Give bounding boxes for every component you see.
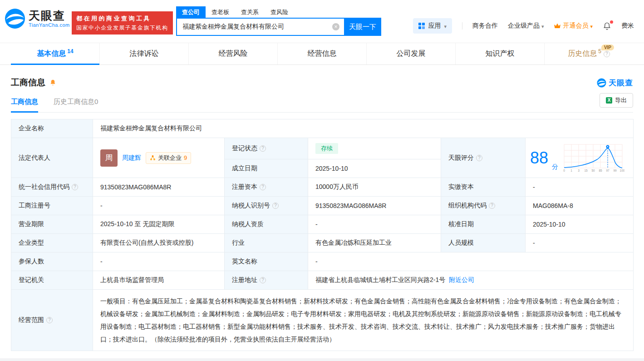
apps-menu[interactable]: 应用 xyxy=(413,18,452,34)
authority-label: 登记机关 xyxy=(11,271,93,290)
tab-history-info[interactable]: VIP 历史信息 5 xyxy=(544,43,633,64)
org-code-label: 组织机构代码 xyxy=(441,197,526,215)
tab-company-development[interactable]: 公司发展 xyxy=(366,43,455,64)
tab-operating-risk[interactable]: 经营风险 xyxy=(188,43,277,64)
tab-basic-info-count: 14 xyxy=(67,48,73,54)
help-icon[interactable] xyxy=(604,51,610,57)
table-row: 统一社会信用代码 91350823MAG086MA8R 注册资本 10000万人… xyxy=(11,178,634,197)
notifications-bell[interactable] xyxy=(603,22,611,30)
legal-rep-link[interactable]: 周建辉 xyxy=(122,154,141,162)
taxpayer-id-label: 纳税人识别号 xyxy=(225,197,308,215)
tab-operating-info[interactable]: 经营信息 xyxy=(277,43,366,64)
score-label: 天眼评分 xyxy=(441,138,526,178)
chevron-down-icon xyxy=(590,22,593,30)
help-icon[interactable] xyxy=(260,184,266,190)
svg-text:50: 50 xyxy=(591,169,595,172)
nav-enterprise-products[interactable]: 企业级产品 xyxy=(508,22,544,30)
help-icon[interactable] xyxy=(272,203,279,209)
insured-value: - xyxy=(93,252,225,271)
promo-banner: 都在用的商业查询工具 国家中小企业发展子基金旗下机构 xyxy=(72,11,173,35)
score-unit: 分 xyxy=(552,163,558,171)
business-scope-value: 一般项目：有色金属压延加工；金属基复合材料和陶瓷基复合材料销售；新材料技术研发；… xyxy=(93,290,634,351)
user-menu[interactable]: 费米 xyxy=(621,22,634,30)
help-icon[interactable] xyxy=(489,203,495,209)
help-icon[interactable] xyxy=(72,184,78,190)
export-button[interactable]: 导出 xyxy=(600,93,633,108)
credit-code-label: 统一社会信用代码 xyxy=(11,178,93,197)
notification-dot xyxy=(610,20,613,24)
tab-company-development-label: 公司发展 xyxy=(397,49,426,59)
credit-code-value: 91350823MAG086MA8R xyxy=(93,178,225,197)
tab-legal-proceedings-label: 法律诉讼 xyxy=(130,49,159,59)
nav-open-vip[interactable]: 开通会员 xyxy=(554,22,593,30)
search-button[interactable]: 天眼一下 xyxy=(344,18,381,36)
nav-business-cooperation[interactable]: 商务合作 xyxy=(472,22,498,30)
company-type-value: 有限责任公司(自然人投资或控股) xyxy=(93,234,225,252)
staff-size-value: - xyxy=(526,234,634,252)
svg-text:85: 85 xyxy=(599,169,602,172)
reg-capital-value: 10000万人民币 xyxy=(308,178,441,197)
search-tab-boss[interactable]: 查老板 xyxy=(206,6,235,18)
help-icon[interactable] xyxy=(476,155,482,161)
tab-intellectual-property[interactable]: 知识产权 xyxy=(455,43,544,64)
taxpayer-id-value: 91350823MAG086MA8R xyxy=(308,197,441,215)
tab-operating-risk-label: 经营风险 xyxy=(219,49,248,59)
svg-text:97: 97 xyxy=(606,169,610,172)
reg-status-label: 登记状态 xyxy=(225,138,308,159)
logo-domain: TianYanCha.com xyxy=(29,22,70,28)
approval-date-value: 2025-10-10 xyxy=(526,215,634,234)
address-label: 注册地址 xyxy=(225,271,308,290)
nearby-companies-link[interactable]: 附近公司 xyxy=(449,276,474,283)
tianyancha-logo[interactable]: 天眼查 TianYanCha.com xyxy=(5,8,70,29)
svg-text:0: 0 xyxy=(563,169,565,172)
watermark-brand: 天眼查 xyxy=(597,78,633,88)
subtab-business-info[interactable]: 工商信息 xyxy=(11,98,38,112)
score-cell: 88 分 xyxy=(526,138,634,178)
search-tab-company[interactable]: 查公司 xyxy=(176,6,206,18)
page-bottom-strip xyxy=(0,358,644,361)
establish-date-label: 成立日期 xyxy=(225,159,308,178)
vip-badge: VIP xyxy=(601,45,614,50)
nav-enterprise-products-label: 企业级产品 xyxy=(508,22,540,30)
table-row: 参保人数 - 英文名称 - xyxy=(11,252,634,271)
approval-date-label: 核准日期 xyxy=(441,215,526,234)
top-nav: 应用 商务合作 企业级产品 开通会员 费米 xyxy=(413,18,634,34)
industry-value: 有色金属冶炼和压延加工业 xyxy=(308,234,441,252)
score-value: 88 xyxy=(530,150,548,166)
tab-legal-proceedings[interactable]: 法律诉讼 xyxy=(99,43,188,64)
related-companies-count: 9 xyxy=(184,154,187,161)
address-value: 福建省上杭县临城镇土埔村工业区同兴路2-1号 附近公司 xyxy=(308,271,634,290)
establish-date-value: 2025-10-10 xyxy=(308,159,441,178)
legal-rep-avatar[interactable]: 周 xyxy=(100,149,118,167)
search-input[interactable] xyxy=(176,18,344,36)
nav-business-cooperation-label: 商务合作 xyxy=(472,22,498,30)
reg-no-label: 工商注册号 xyxy=(11,197,93,215)
company-name-value: 福建紫金桓烨金属复合材料有限公司 xyxy=(93,119,634,138)
clear-icon[interactable] xyxy=(332,23,339,30)
search-box: 天眼一下 xyxy=(176,18,381,36)
crown-icon xyxy=(554,23,561,29)
tab-operating-info-label: 经营信息 xyxy=(308,49,337,59)
legal-rep-label: 法定代表人 xyxy=(11,138,93,178)
table-row: 企业类型 有限责任公司(自然人投资或控股) 行业 有色金属冶炼和压延加工业 人员… xyxy=(11,234,634,252)
nav-open-vip-label: 开通会员 xyxy=(563,22,588,30)
subscribe-bell-icon[interactable] xyxy=(49,79,56,86)
table-row: 工商注册号 - 纳税人识别号 91350823MAG086MA8R 组织机构代码… xyxy=(11,197,634,215)
tab-basic-info[interactable]: 基本信息 14 xyxy=(11,43,99,64)
svg-text:3: 3 xyxy=(578,169,580,172)
search-tab-risk[interactable]: 查风险 xyxy=(265,6,294,18)
staff-size-label: 人员规模 xyxy=(441,234,526,252)
help-icon[interactable] xyxy=(46,317,53,323)
tab-history-info-count: 5 xyxy=(598,48,601,54)
status-badge: 存续 xyxy=(315,143,338,154)
export-button-label: 导出 xyxy=(615,96,627,104)
help-icon[interactable] xyxy=(260,277,266,283)
related-companies-chip[interactable]: 关联企业 9 xyxy=(146,152,191,164)
svg-text:15: 15 xyxy=(584,169,588,172)
tianyancha-logo-icon xyxy=(597,78,606,88)
apps-menu-label: 应用 xyxy=(428,22,441,30)
search-tab-relation[interactable]: 查关系 xyxy=(235,6,265,18)
subtab-history-business-info[interactable]: 历史工商信息0 xyxy=(54,98,98,112)
help-icon[interactable] xyxy=(260,145,266,152)
search-area: 查公司 查老板 查关系 查风险 天眼一下 xyxy=(176,6,381,36)
